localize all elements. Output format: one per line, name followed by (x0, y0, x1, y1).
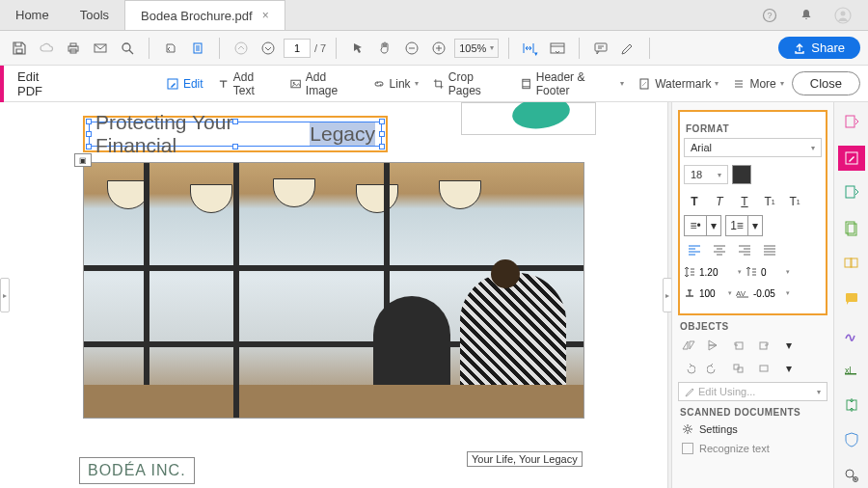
rail-create-icon[interactable] (838, 110, 865, 136)
svg-rect-35 (846, 293, 857, 302)
flip-v-icon[interactable] (703, 336, 724, 355)
rotate-ccw-icon[interactable] (728, 336, 749, 355)
recognize-text-checkbox[interactable]: Recognize text (678, 441, 827, 456)
company-logo[interactable]: BODÉA INC. (79, 457, 195, 484)
close-button[interactable]: Close (792, 71, 860, 95)
scanned-settings[interactable]: Settings (678, 421, 827, 437)
scanned-heading: SCANNED DOCUMENTS (680, 407, 826, 418)
format-panel: FORMAT Arial▾ 18▾ T T T T1 T1 ≡•▾ 1≡▾ (671, 102, 833, 488)
text-edit-frame[interactable]: Protecting Your Financial Legacy (83, 116, 388, 152)
kerning-field[interactable]: AV▾ (736, 285, 790, 302)
font-color-swatch[interactable] (732, 165, 751, 184)
align-center-button[interactable] (709, 240, 730, 259)
share-button[interactable]: Share (778, 37, 860, 59)
arrange-drop[interactable]: ▾ (778, 336, 800, 355)
tab-tools[interactable]: Tools (65, 0, 124, 30)
format-section: FORMAT Arial▾ 18▾ T T T T1 T1 ≡•▾ 1≡▾ (678, 110, 827, 315)
right-rail: xl (833, 102, 868, 488)
save-icon[interactable] (8, 37, 31, 60)
rail-combine-icon[interactable] (838, 251, 865, 277)
flip-h-icon[interactable] (678, 336, 699, 355)
edit-using-select[interactable]: Edit Using...▾ (678, 382, 827, 401)
page-down-icon[interactable] (257, 37, 280, 60)
fit-width-icon[interactable]: ▾ (519, 37, 542, 60)
image-tag-icon[interactable]: ▣ (74, 153, 92, 167)
crop-pages-tool[interactable]: Crop Pages (426, 67, 512, 101)
link-tool[interactable]: Link▾ (366, 73, 424, 95)
tab-close-icon[interactable]: × (262, 9, 269, 22)
nav-icon-1[interactable] (159, 37, 182, 60)
tab-document[interactable]: Bodea Brochure.pdf × (124, 0, 285, 30)
more-tool[interactable]: More▾ (726, 73, 789, 95)
hscale-field[interactable]: ▾ (684, 285, 732, 302)
bold-button[interactable]: T (684, 192, 705, 211)
rail-comment-icon[interactable] (838, 286, 865, 312)
bell-icon[interactable] (795, 4, 818, 27)
align-right-button[interactable] (734, 240, 755, 259)
bullet-list-select[interactable]: ≡•▾ (684, 215, 721, 236)
page-up-icon[interactable] (230, 37, 253, 60)
align-left-button[interactable] (684, 240, 705, 259)
font-size-select[interactable]: 18▾ (684, 165, 728, 184)
format-heading: FORMAT (686, 123, 820, 134)
number-list-select[interactable]: 1≡▾ (725, 215, 763, 236)
objects-row-1: ▾ (678, 336, 827, 355)
hand-icon[interactable] (373, 37, 396, 60)
svg-rect-30 (846, 186, 854, 198)
zoom-select[interactable]: 105%▾ (454, 39, 499, 58)
cloud-icon[interactable] (35, 37, 58, 60)
search-icon[interactable] (116, 37, 139, 60)
arrange-objects-icon[interactable] (753, 359, 774, 378)
watermark-tool[interactable]: Watermark▾ (632, 73, 724, 95)
tab-home[interactable]: Home (0, 0, 65, 30)
rail-redact-icon[interactable]: xl (838, 357, 865, 383)
rail-edit-icon[interactable] (838, 146, 865, 172)
edit-tool[interactable]: Edit (160, 73, 209, 95)
document-canvas[interactable]: ▸ Protecting Your Financial Legacy ▣ (0, 102, 667, 488)
help-icon[interactable]: ? (758, 4, 781, 27)
comment-icon[interactable] (589, 37, 612, 60)
decorative-shape (461, 102, 596, 135)
align-objects-icon[interactable] (728, 359, 749, 378)
redo-object-icon[interactable] (703, 359, 724, 378)
header-footer-tool[interactable]: Header & Footer▾ (514, 67, 631, 101)
rail-organize-icon[interactable] (838, 216, 865, 242)
rail-sign-icon[interactable] (838, 321, 865, 347)
zoom-out-icon[interactable] (400, 37, 423, 60)
rotate-cw-icon[interactable] (753, 336, 774, 355)
pointer-icon[interactable] (346, 37, 369, 60)
selected-word: Legacy (310, 122, 375, 146)
align-justify-button[interactable] (759, 240, 780, 259)
mail-icon[interactable] (89, 37, 112, 60)
window-tabbar: Home Tools Bodea Brochure.pdf × ? (0, 0, 868, 31)
arrange-drop-2[interactable]: ▾ (778, 359, 800, 378)
svg-rect-28 (846, 116, 854, 127)
svg-rect-14 (551, 43, 564, 53)
document-image[interactable]: ▣ (83, 162, 584, 419)
rail-more-tools-icon[interactable] (838, 462, 865, 488)
nav-icon-2[interactable] (186, 37, 209, 60)
line-height-field[interactable]: ▾ (684, 263, 742, 281)
zoom-in-icon[interactable] (427, 37, 450, 60)
subscript-button[interactable]: T1 (784, 192, 805, 211)
rail-export-icon[interactable] (838, 180, 865, 206)
rail-protect-icon[interactable] (838, 427, 865, 453)
print-icon[interactable] (62, 37, 85, 60)
add-image-tool[interactable]: Add Image (284, 67, 365, 101)
italic-button[interactable]: T (709, 192, 730, 211)
underline-button[interactable]: T (734, 192, 755, 211)
superscript-button[interactable]: T1 (759, 192, 780, 211)
highlight-icon[interactable] (616, 37, 639, 60)
accent-bar (0, 66, 4, 102)
tab-document-label: Bodea Brochure.pdf (141, 9, 253, 23)
rail-compress-icon[interactable] (838, 392, 865, 418)
add-text-tool[interactable]: Add Text (211, 67, 282, 101)
left-panel-toggle[interactable]: ▸ (0, 278, 10, 312)
read-mode-icon[interactable] (546, 37, 569, 60)
profile-icon[interactable] (831, 4, 854, 27)
undo-object-icon[interactable] (678, 359, 699, 378)
tagline-text[interactable]: Your Life, Your Legacy (467, 451, 583, 467)
font-family-select[interactable]: Arial▾ (684, 138, 822, 157)
paragraph-space-field[interactable]: ▾ (746, 263, 790, 281)
page-number-input[interactable] (284, 39, 311, 58)
